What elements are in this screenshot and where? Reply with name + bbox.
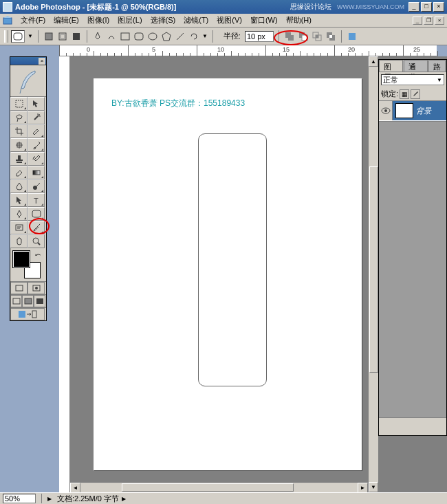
scroll-left-button[interactable]: ◄ [70,483,80,493]
freeform-pen-icon[interactable] [106,31,117,42]
tool-eraser[interactable] [10,166,28,179]
tool-blur[interactable] [10,179,28,193]
grip-handle[interactable] [4,30,8,43]
paths-mode[interactable] [57,31,68,42]
radius-input[interactable] [245,31,274,42]
tool-lasso[interactable] [10,111,28,124]
rounded-rect-shape-icon[interactable] [133,31,144,42]
scroll-up-button[interactable]: ▲ [369,56,378,67]
menu-help[interactable]: 帮助(H) [282,14,316,27]
tool-move[interactable] [28,97,45,111]
tab-paths[interactable]: 路 [428,60,446,72]
ellipse-shape-icon[interactable] [147,31,158,42]
tool-healing[interactable] [10,138,28,152]
scroll-thumb-horizontal[interactable] [122,483,294,492]
standard-mode-button[interactable] [10,282,28,294]
tool-brush[interactable] [28,138,45,152]
scroll-down-button[interactable]: ▼ [369,482,378,492]
ruler-horizontal[interactable]: 0510152025 [59,45,437,56]
dropdown-icon: ▼ [437,77,442,83]
screenmode-full[interactable] [34,295,45,307]
status-dropdown-icon[interactable]: ▶ [122,496,126,502]
doc-icon[interactable] [3,16,12,25]
quickmask-mode-button[interactable] [28,282,45,294]
foreground-color-swatch[interactable] [13,251,30,267]
menu-file[interactable]: 文件(F) [17,14,50,27]
tool-pen[interactable] [10,207,28,221]
style-picker-icon[interactable] [347,31,358,42]
tool-rounded-rect[interactable] [28,207,45,221]
screenmode-standard[interactable] [10,295,22,307]
svg-rect-51 [19,311,25,318]
blend-mode-select[interactable]: 正常 ▼ [381,74,444,85]
layer-background[interactable]: 背景 [379,101,446,120]
pen-tool-icon[interactable] [92,31,103,42]
minimize-button[interactable]: _ [408,2,419,12]
svg-rect-20 [329,35,332,38]
rectangle-shape-icon[interactable] [120,31,131,42]
svg-rect-49 [25,298,32,304]
custom-shape-icon[interactable] [188,31,199,42]
tool-gradient[interactable] [28,166,45,179]
menu-edit[interactable]: 编辑(E) [50,14,83,27]
ruler-vertical[interactable] [59,56,70,492]
combine-subtract-icon[interactable] [298,31,309,42]
combine-intersect-icon[interactable] [312,31,323,42]
scrollbar-horizontal[interactable]: ◄ ► [70,482,368,492]
menu-view[interactable]: 视图(V) [212,14,246,27]
menu-select[interactable]: 选择(S) [146,14,180,27]
tab-layers[interactable]: 图层 [379,60,403,72]
shape-dropdown-icon[interactable]: ▼ [202,33,208,39]
zoom-input[interactable] [3,494,36,503]
menu-image[interactable]: 图像(I) [83,14,113,27]
scroll-right-button[interactable]: ► [358,483,368,493]
swap-colors-icon[interactable]: ⤺ [35,251,41,259]
fill-pixels-mode[interactable] [71,31,82,42]
svg-marker-9 [162,32,171,41]
tools-palette: × T [10,56,47,321]
status-menu-icon[interactable]: ▶ [47,496,52,502]
palette-header[interactable]: × [10,57,46,65]
lock-pixels-icon[interactable] [411,89,420,99]
line-shape-icon[interactable] [175,31,186,42]
scrollbar-vertical[interactable]: ▲ ▼ [368,56,378,492]
tool-type[interactable]: T [28,193,45,207]
mdi-restore[interactable]: ❐ [424,17,433,25]
palette-close-icon[interactable]: × [39,58,45,65]
visibility-eye-icon[interactable] [379,101,393,120]
menu-window[interactable]: 窗口(W) [246,14,282,27]
tool-marquee[interactable] [10,97,28,111]
polygon-shape-icon[interactable] [161,31,172,42]
tool-slice[interactable] [28,124,45,138]
maximize-button[interactable]: □ [421,2,432,12]
menu-filter[interactable]: 滤镜(T) [179,14,212,27]
screenmode-full-menus[interactable] [22,295,34,307]
mdi-minimize[interactable]: _ [413,17,422,25]
jump-to-imageready[interactable] [10,308,45,320]
shape-layers-mode[interactable] [43,31,54,42]
layer-thumbnail[interactable] [395,103,413,118]
tool-eyedropper[interactable] [28,221,45,234]
tool-hand[interactable] [10,234,28,248]
current-tool-rounded-rect[interactable] [11,30,25,43]
menu-layer[interactable]: 图层(L) [113,14,146,27]
document-canvas[interactable]: BY:古欲香萧 PS交流群：155189433 [94,78,362,470]
svg-rect-40 [16,225,23,230]
tool-zoom[interactable] [28,234,45,248]
tool-dodge[interactable] [28,179,45,193]
tool-crop[interactable] [10,124,28,138]
tool-history-brush[interactable] [28,152,45,166]
mdi-close[interactable]: × [435,17,444,25]
svg-point-54 [384,109,387,112]
tool-stamp[interactable] [10,152,28,166]
tool-notes[interactable] [10,221,28,234]
tool-magic-wand[interactable] [28,111,45,124]
tab-channels[interactable]: 通道 [404,60,428,72]
lock-transparency-icon[interactable]: ▦ [400,89,409,99]
close-button[interactable]: × [433,2,444,12]
combine-add-icon[interactable] [284,31,295,42]
tool-path-select[interactable] [10,193,28,207]
scroll-thumb-vertical[interactable] [369,166,378,373]
combine-exclude-icon[interactable] [325,31,336,42]
dropdown-arrow-icon[interactable]: ▼ [28,33,33,39]
